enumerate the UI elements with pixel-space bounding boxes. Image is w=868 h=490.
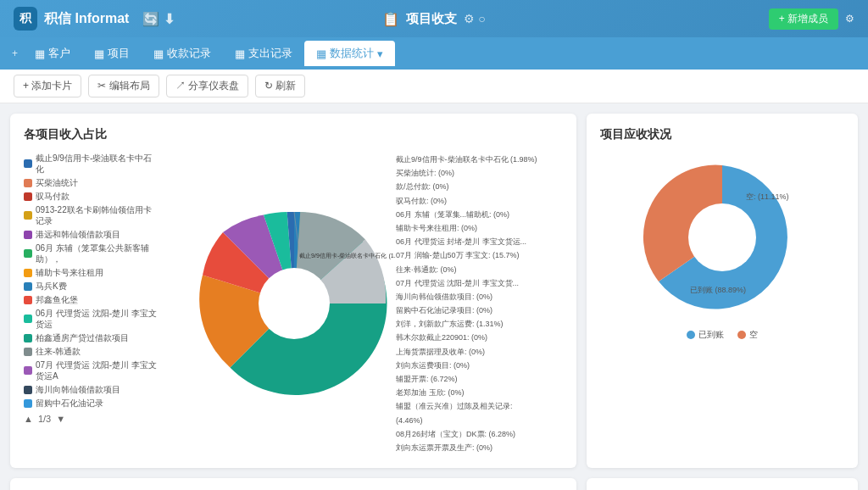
toolbar: + 添加卡片 ✂ 编辑布局 ↗ 分享仪表盘 ↻ 刷新 (0, 70, 868, 103)
pie-label-text-14: 上海货票据理及收单: (0%) (396, 345, 540, 359)
status-legend-received: 已到账 (687, 329, 724, 340)
income-pie-svg: 截止9/9信用卡-柴油联名卡中石化 (1.98%) (192, 202, 396, 405)
header-right: + 新增成员 ⚙ (574, 8, 854, 30)
legend-item-13: 海川向韩仙领借款项目 (24, 384, 159, 395)
header-center: 📋 项目收支 ⚙ ○ (294, 11, 575, 27)
refresh-button[interactable]: ↻ 刷新 (255, 75, 305, 97)
pie-label-text-10: 海川向韩仙领借款项目: (0%) (396, 290, 540, 303)
customer-icon: ▦ (35, 47, 45, 60)
legend-item-11: 往来-韩通款 (24, 346, 159, 357)
contract-card: 合同金额 0元 进行中的合同金额 (10, 478, 576, 490)
legend-color-5 (24, 249, 32, 258)
nav-item-expenses[interactable]: ▦ 支出记录 (223, 41, 304, 66)
pie-label-text-15: 刘向东运费项目: (0%) (396, 359, 540, 372)
received-label: 已到账 (88.89%) (690, 286, 746, 294)
bottom-right-card (587, 478, 858, 490)
legend-item-12: 07月 代理货运 沈阳-楚川 李宝文货运A (24, 359, 159, 381)
legend-color-7 (24, 282, 32, 291)
pie-label-text-8: 往来·韩通款: (0%) (396, 263, 540, 276)
income-pie-chart: 截止9/9信用卡-柴油联名卡中石化 (1.98%) 截止9/9信用卡-柴油联名卡… (170, 153, 563, 454)
add-card-button[interactable]: + 添加卡片 (14, 75, 81, 97)
stats-icon: ▦ (316, 47, 326, 60)
status-pie-svg: 空: (11.11%) 已到账 (88.89%) (637, 153, 807, 322)
status-donut-hole (688, 203, 756, 271)
pie-label-text-0: 截止9/9信用卡-柴油联名卡中石化 (1.98%) (396, 153, 540, 166)
dropdown-icon: ▾ (377, 47, 383, 60)
pie-label-text-11: 留购中石化油记录项目: (0%) (396, 303, 540, 317)
pie-label-text-7: 07月 润输-楚山50万 李宝文: (15.7%) (396, 248, 540, 262)
pie-label-text-13: 韩木尔款截止220901: (0%) (396, 331, 540, 344)
settings-icon[interactable]: ⚙ (845, 13, 854, 25)
income-legend: 截止9/9信用卡-柴油联名卡中石化 买柴油统计 驭马付款 0913-22联名卡刷… (24, 153, 159, 454)
legend-color-2 (24, 192, 32, 201)
pie-label-text-6: 06月 代理货运 封堵-楚川 李宝文货运... (396, 235, 540, 248)
pie-label-text-5: 辅助卡号来往租用: (0%) (396, 221, 540, 235)
chart-container: 截止9/9信用卡-柴油联名卡中石化 买柴油统计 驭马付款 0913-22联名卡刷… (24, 153, 563, 454)
pie-label-text-3: 驭马付款: (0%) (396, 194, 540, 208)
center-title: 项目收支 (406, 11, 457, 27)
pie-label-text-1: 买柴油统计: (0%) (396, 166, 540, 180)
status-legend: 已到账 空 (687, 329, 758, 342)
legend-color-14 (24, 399, 32, 408)
legend-color-8 (24, 296, 32, 304)
nav-item-receipts[interactable]: ▦ 收款记录 (142, 41, 223, 66)
project-status-content: 空: (11.11%) 已到账 (88.89%) 已到账 空 (600, 153, 844, 342)
legend-item-7: 马兵K费 (24, 281, 159, 292)
legend-pagination: ▲ 1/3 ▼ (24, 414, 159, 424)
share-dashboard-button[interactable]: ↗ 分享仪表盘 (166, 75, 248, 97)
legend-color-9 (24, 315, 32, 323)
new-member-button[interactable]: + 新增成员 (769, 8, 838, 30)
pie-label-text-18: 辅盟（准云兴准）过陈及相关记录: (4.46%) (396, 399, 540, 426)
legend-item-5: 06月 东辅（笼罩集公共新客辅助）， (24, 242, 159, 264)
logo-area: 积 积信 Informat 🔄 ⬇ (14, 7, 294, 31)
pie-label-text-9: 07月 代理货运 沈阳-楚川 李宝文货... (396, 276, 540, 290)
app-title: 积信 Informat (44, 10, 129, 28)
app-header: 积 积信 Informat 🔄 ⬇ 📋 项目收支 ⚙ ○ + 新增成员 ⚙ (0, 0, 868, 37)
pie-label-text-2: 款/总付款: (0%) (396, 180, 540, 193)
legend-item-2: 驭马付款 (24, 191, 159, 202)
pie-label-text-17: 老郑加油 玉欣: (0%) (396, 386, 540, 399)
nav-bar: + ▦ 客户 ▦ 项目 ▦ 收款记录 ▦ 支出记录 ▦ 数据统计 ▾ (0, 37, 868, 70)
project-status-title: 项目应收状况 (600, 127, 844, 142)
legend-color-0 (24, 159, 32, 168)
expenses-icon: ▦ (235, 47, 245, 60)
header-center-icons[interactable]: ⚙ ○ (464, 12, 485, 25)
pie-label-text-4: 06月 东辅（笼罩集...辅助机: (0%) (396, 208, 540, 221)
pie-label-text-16: 辅盟开票: (6.72%) (396, 372, 540, 386)
next-page-icon[interactable]: ▼ (56, 414, 65, 424)
income-chart-card: 各项目收入占比 截止9/9信用卡-柴油联名卡中石化 买柴油统计 驭马付款 (10, 114, 576, 468)
legend-item-8: 邦鑫鱼化堡 (24, 294, 159, 305)
legend-item-3: 0913-22联名卡刷韩仙领信用卡记录 (24, 204, 159, 226)
pie-labels-column: 截止9/9信用卡-柴油联名卡中石化 (1.98%) 买柴油统计: (0%) 款/… (396, 153, 540, 454)
edit-layout-button[interactable]: ✂ 编辑布局 (88, 75, 159, 97)
nav-item-project[interactable]: ▦ 项目 (82, 41, 142, 66)
legend-color-13 (24, 386, 32, 394)
prev-page-icon[interactable]: ▲ (24, 414, 33, 424)
legend-color-12 (24, 366, 32, 375)
legend-item-14: 留购中石化油记录 (24, 398, 159, 409)
nav-add-button[interactable]: + (7, 47, 23, 59)
project-icon: ▦ (94, 47, 104, 60)
legend-color-3 (24, 211, 32, 220)
legend-item-1: 买柴油统计 (24, 177, 159, 188)
legend-color-1 (24, 179, 32, 187)
legend-item-9: 06月 代理货运 沈阳-楚川 李宝文货运 (24, 308, 159, 330)
pie-label-text-19: 08月26封堵（宝文）DK票: (6.28%) (396, 427, 540, 441)
pie-label-text-12: 刘洋，刘新款广东运费: (1.31%) (396, 317, 540, 331)
legend-color-6 (24, 269, 32, 277)
pie-label-1: 截止9/9信用卡-柴油联名卡中石化 (1.98%) (299, 252, 396, 259)
legend-item-4: 港远和韩仙领借款项目 (24, 229, 159, 240)
nav-item-customer[interactable]: ▦ 客户 (23, 41, 82, 66)
legend-item-0: 截止9/9信用卡-柴油联名卡中石化 (24, 153, 159, 175)
page-indicator: 1/3 (38, 414, 51, 424)
header-icons: 🔄 ⬇ (142, 11, 174, 27)
logo-icon: 积 (14, 7, 37, 31)
main-content: 各项目收入占比 截止9/9信用卡-柴油联名卡中石化 买柴油统计 驭马付款 (0, 103, 868, 490)
income-chart-title: 各项目收入占比 (24, 127, 563, 142)
project-status-card: 项目应收状况 空: (11.11%) 已到账 (88.89%) 已到账 (587, 114, 858, 468)
pie-label-text-20: 刘向东运票开票及生产: (0%) (396, 441, 540, 454)
donut-hole (259, 268, 330, 339)
nav-item-stats[interactable]: ▦ 数据统计 ▾ (304, 41, 395, 66)
receipts-icon: ▦ (153, 47, 164, 60)
received-dot (687, 331, 695, 339)
